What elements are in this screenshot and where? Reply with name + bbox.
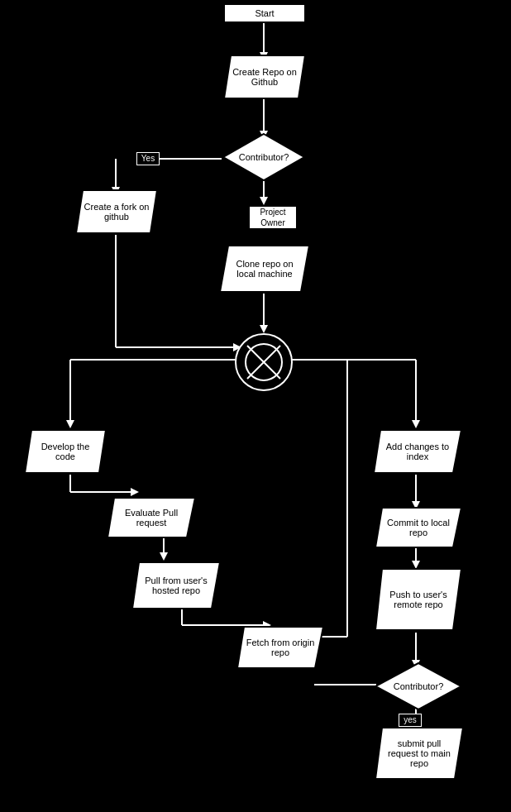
diagram-container: Start Create Repo on Github Contributor?… xyxy=(0,0,511,812)
create-repo-node: Create Repo on Github xyxy=(222,54,307,100)
contributor-diamond-2: Contributor? xyxy=(374,662,463,711)
develop-node: Develop the code xyxy=(23,428,107,475)
svg-marker-19 xyxy=(412,420,420,428)
pull-from-node: Pull from user's hosted repo xyxy=(131,561,222,610)
svg-marker-8 xyxy=(260,197,268,205)
svg-marker-10 xyxy=(260,325,268,333)
junction-circle xyxy=(235,333,293,391)
fork-node: Create a fork on github xyxy=(74,189,159,235)
contributor-diamond-1: Contributor? xyxy=(222,132,306,182)
project-owner-label: Project Owner xyxy=(248,205,298,230)
svg-marker-22 xyxy=(131,488,139,496)
clone-repo-node: Clone repo on local machine xyxy=(218,244,311,294)
add-changes-node: Add changes to index xyxy=(372,428,463,475)
submit-pr-node: submit pull request to main repo xyxy=(374,726,465,781)
start-node: Start xyxy=(223,3,306,23)
svg-marker-16 xyxy=(66,420,74,428)
commit-node: Commit to local repo xyxy=(374,506,463,549)
yes-label-2: yes xyxy=(399,714,422,727)
svg-marker-24 xyxy=(160,552,168,561)
evaluate-pr-node: Evaluate Pull request xyxy=(106,496,197,539)
push-to-node: Push to user's remote repo xyxy=(374,567,463,632)
yes-label-1: Yes xyxy=(136,152,160,165)
fetch-from-node: Fetch from origin repo xyxy=(236,625,325,670)
